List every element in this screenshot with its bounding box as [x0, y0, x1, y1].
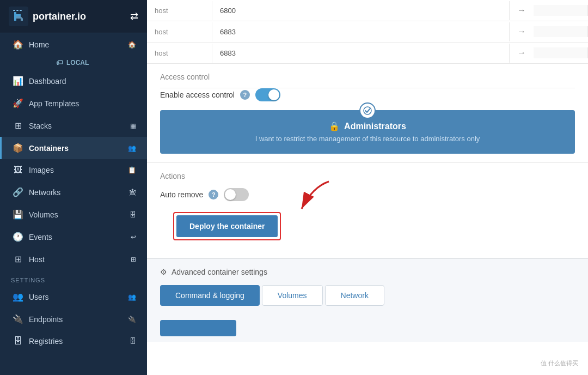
events-right-icon: ↩ [131, 233, 136, 241]
images-icon: 🖼 [13, 165, 23, 175]
dashboard-icon: 📊 [13, 76, 23, 86]
svg-rect-2 [16, 10, 19, 11]
containers-icon: 📦 [13, 143, 23, 153]
advanced-settings-header: ⚙ Advanced container settings [160, 268, 575, 276]
actions-section: Actions Auto remove ? Deploy the contain… [147, 163, 588, 258]
deploy-button-wrapper: Deploy the container [173, 212, 281, 240]
toggle-knob [268, 89, 279, 100]
stacks-icon: ⊞ [13, 120, 23, 131]
sidebar-item-host[interactable]: ⊞ Host ⊞ [0, 248, 147, 270]
tab-volumes[interactable]: Volumes [262, 285, 323, 306]
sidebar: portainer.io ⇄ 🏠 Home 🏠 🏷 LOCAL 📊 Dashbo… [0, 0, 147, 375]
networks-right-icon: 🕸 [130, 189, 136, 196]
advanced-settings-tabs: Command & logging Volumes Network [160, 285, 575, 306]
port-type-3: host [147, 44, 212, 63]
main-content: host 6800 → host 6883 → host 6883 → Acce… [147, 0, 588, 375]
port-rows-container: host 6800 → host 6883 → host 6883 → [147, 0, 588, 64]
port-arrow-1: → [510, 0, 534, 21]
gear-icon: ⚙ [160, 268, 167, 276]
admin-card-description: I want to restrict the management of thi… [173, 135, 562, 143]
port-extra-1 [534, 5, 588, 16]
auto-remove-knob [225, 189, 236, 200]
sidebar-item-registries[interactable]: 🗄 Registries 🗄 [0, 330, 147, 352]
app-templates-icon: 🚀 [13, 98, 23, 108]
svg-rect-3 [20, 10, 22, 11]
sidebar-item-stacks[interactable]: ⊞ Stacks ▦ [0, 114, 147, 137]
access-control-section: Access control Enable access control ? 🔒… [147, 64, 588, 163]
volumes-icon: 💾 [13, 209, 23, 220]
port-number-2: 6883 [212, 22, 510, 41]
sidebar-header: portainer.io ⇄ [0, 0, 147, 33]
sidebar-item-label: Home [29, 40, 128, 49]
portainer-logo-icon [9, 7, 28, 26]
events-icon: 🕐 [13, 232, 23, 242]
port-extra-3 [534, 47, 588, 58]
stacks-right-icon: ▦ [130, 122, 136, 130]
host-right-icon: ⊞ [131, 256, 136, 263]
networks-icon: 🔗 [13, 187, 23, 197]
containers-right-icon: 👥 [128, 144, 136, 152]
admin-card-title: 🔒 Administrators [173, 121, 562, 131]
sidebar-item-home[interactable]: 🏠 Home 🏠 [0, 33, 147, 56]
bottom-deploy-button-partial[interactable] [160, 320, 236, 336]
auto-remove-toggle[interactable] [224, 188, 249, 201]
access-control-toggle[interactable] [255, 88, 280, 101]
watermark: 值 什么值得买 [537, 358, 581, 368]
home-right-icon: 🏠 [128, 41, 136, 49]
enable-access-control-row: Enable access control ? [160, 88, 575, 101]
deploy-area: Deploy the container [160, 209, 575, 249]
sidebar-item-app-templates[interactable]: 🚀 App Templates [0, 92, 147, 114]
port-arrow-3: → [510, 43, 534, 63]
auto-remove-help-icon[interactable]: ? [209, 190, 218, 199]
port-row: host 6883 → [147, 43, 588, 64]
access-control-help-icon[interactable]: ? [240, 90, 250, 100]
sidebar-item-users[interactable]: 👥 Users 👥 [0, 286, 147, 308]
enable-access-label: Enable access control [160, 90, 235, 99]
endpoints-right-icon: 🔌 [128, 316, 136, 323]
logo-text: portainer.io [33, 11, 86, 22]
registries-right-icon: 🗄 [130, 337, 136, 345]
users-right-icon: 👥 [128, 293, 136, 301]
home-icon: 🏠 [13, 39, 23, 50]
actions-header: Actions [160, 172, 575, 180]
registries-icon: 🗄 [13, 336, 23, 346]
port-extra-2 [534, 26, 588, 37]
port-number-1: 6800 [212, 1, 510, 20]
users-icon: 👥 [13, 292, 23, 302]
admin-card-check-icon [359, 102, 376, 119]
volumes-right-icon: 🗄 [130, 211, 136, 219]
sidebar-item-containers[interactable]: 📦 Containers 👥 [0, 137, 147, 159]
auto-remove-label: Auto remove [160, 190, 203, 199]
svg-rect-1 [13, 10, 15, 11]
transfer-icon[interactable]: ⇄ [130, 10, 138, 22]
admin-lock-icon: 🔒 [329, 121, 340, 131]
admin-card[interactable]: 🔒 Administrators I want to restrict the … [160, 110, 575, 154]
advanced-container-settings-section: ⚙ Advanced container settings Command & … [147, 258, 588, 314]
port-arrow-2: → [510, 21, 534, 42]
sidebar-item-events[interactable]: 🕐 Events ↩ [0, 226, 147, 248]
settings-section-label: SETTINGS [0, 270, 147, 286]
sidebar-item-networks[interactable]: 🔗 Networks 🕸 [0, 181, 147, 203]
sidebar-item-images[interactable]: 🖼 Images 📋 [0, 159, 147, 181]
local-label: 🏷 LOCAL [0, 56, 147, 70]
port-row: host 6883 → [147, 21, 588, 43]
tab-network[interactable]: Network [325, 285, 384, 306]
images-right-icon: 📋 [128, 166, 136, 174]
tab-command-logging[interactable]: Command & logging [160, 285, 260, 306]
port-type-2: host [147, 22, 212, 41]
access-control-label: Access control [160, 72, 210, 81]
host-icon: ⊞ [13, 254, 23, 264]
endpoints-icon: 🔌 [13, 314, 23, 324]
port-row: host 6800 → [147, 0, 588, 21]
local-icon: 🏷 [56, 59, 63, 66]
port-type-1: host [147, 1, 212, 20]
deploy-the-container-button[interactable]: Deploy the container [176, 215, 278, 237]
bottom-bar [147, 314, 588, 342]
sidebar-item-volumes[interactable]: 💾 Volumes 🗄 [0, 203, 147, 226]
port-number-3: 6883 [212, 44, 510, 63]
sidebar-item-dashboard[interactable]: 📊 Dashboard [0, 70, 147, 92]
access-control-header: Access control [160, 72, 575, 88]
sidebar-item-endpoints[interactable]: 🔌 Endpoints 🔌 [0, 308, 147, 330]
auto-remove-row: Auto remove ? [160, 188, 575, 201]
